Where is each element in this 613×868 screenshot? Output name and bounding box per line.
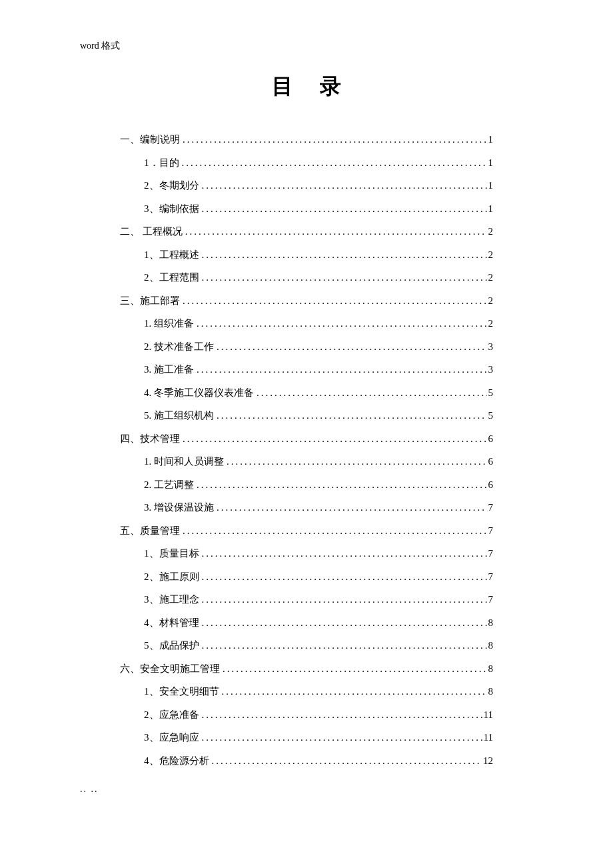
toc-entry-page: 2 — [487, 312, 494, 335]
page-title: 目录 — [80, 72, 533, 101]
toc-entry-page: 5 — [487, 381, 494, 405]
toc-entry-label: 2. 技术准备工作 — [144, 335, 214, 359]
toc-entry-label: 3. 施工准备 — [144, 358, 194, 381]
toc-entry: 1. 时间和人员调整6 — [120, 450, 493, 473]
toc-entry: 一、编制说明1 — [120, 128, 493, 151]
toc-entry-label: 4. 冬季施工仪器仪表准备 — [144, 381, 254, 405]
toc-entry: 5. 施工组织机构5 — [120, 404, 493, 427]
toc-entry-label: 六、安全文明施工管理 — [120, 657, 220, 681]
toc-entry: 1、工程概述2 — [120, 243, 493, 267]
toc-entry-label: 五、质量管理 — [120, 519, 180, 543]
toc-entry-label: 1、安全文明细节 — [144, 680, 219, 703]
toc-entry-label: 1、质量目标 — [144, 542, 199, 565]
toc-entry-page: 7 — [487, 588, 494, 611]
footer-marks: .. .. — [80, 784, 99, 795]
toc-entry-page: 8 — [487, 657, 494, 681]
toc-entry: 2、应急准备11 — [120, 703, 493, 727]
toc-leader-dots — [214, 335, 487, 359]
toc-leader-dots — [199, 197, 487, 221]
toc-leader-dots — [254, 381, 487, 405]
toc-entry-label: 1、工程概述 — [144, 243, 199, 267]
toc-entry-label: 3、编制依据 — [144, 197, 199, 221]
toc-entry: 四、技术管理6 — [120, 427, 493, 451]
toc-leader-dots — [180, 519, 487, 543]
toc-leader-dots — [199, 588, 487, 611]
toc-entry-label: 5、成品保护 — [144, 634, 199, 657]
toc-entry-label: 2、工程范围 — [144, 266, 199, 289]
toc-entry: 2、施工原则7 — [120, 565, 493, 589]
toc-entry-page: 1 — [487, 128, 494, 151]
toc-leader-dots — [194, 312, 487, 335]
toc-leader-dots — [194, 358, 487, 381]
toc-entry-label: 二、 工程概况 — [120, 220, 183, 243]
toc-leader-dots — [180, 289, 487, 313]
toc-leader-dots — [199, 266, 487, 289]
toc-leader-dots — [183, 220, 487, 243]
toc-entry-page: 7 — [487, 519, 494, 543]
toc-leader-dots — [180, 128, 487, 151]
document-page: word 格式 目录 一、编制说明11．目的12、冬期划分13、编制依据1二、 … — [0, 0, 613, 799]
toc-leader-dots — [199, 726, 482, 749]
toc-entry-page: 8 — [487, 611, 494, 635]
header-label: word 格式 — [80, 40, 533, 52]
toc-entry-label: 1. 时间和人员调整 — [144, 450, 224, 473]
toc-entry: 2. 工艺调整6 — [120, 473, 493, 497]
toc-leader-dots — [180, 427, 487, 451]
toc-entry: 五、质量管理7 — [120, 519, 493, 543]
toc-entry: 六、安全文明施工管理8 — [120, 657, 493, 681]
toc-leader-dots — [220, 657, 487, 681]
toc-leader-dots — [179, 151, 487, 175]
toc-leader-dots — [199, 703, 482, 727]
toc-entry: 1、质量目标7 — [120, 542, 493, 565]
toc-entry-label: 2、冬期划分 — [144, 174, 199, 197]
toc-entry: 3、应急响应11 — [120, 726, 493, 749]
toc-entry-page: 6 — [487, 427, 494, 451]
toc-entry-page: 11 — [482, 726, 493, 749]
toc-entry: 3、编制依据1 — [120, 197, 493, 221]
toc-entry: 3、施工理念7 — [120, 588, 493, 611]
toc-entry-page: 12 — [482, 749, 493, 773]
toc-entry: 二、 工程概况2 — [120, 220, 493, 243]
toc-entry: 2、工程范围2 — [120, 266, 493, 289]
toc-entry: 4、材料管理8 — [120, 611, 493, 635]
toc-entry: 1. 组织准备2 — [120, 312, 493, 335]
toc-entry-page: 8 — [487, 634, 494, 657]
toc-entry-page: 7 — [487, 542, 494, 565]
toc-entry-page: 1 — [487, 174, 494, 197]
toc-entry-page: 6 — [487, 450, 494, 473]
toc-leader-dots — [199, 243, 487, 267]
toc-entry-page: 3 — [487, 335, 494, 359]
toc-leader-dots — [199, 542, 487, 565]
toc-entry-label: 三、施工部署 — [120, 289, 180, 313]
toc-entry-page: 1 — [487, 151, 494, 175]
toc-entry-page: 6 — [487, 473, 494, 497]
toc-entry: 2. 技术准备工作3 — [120, 335, 493, 359]
toc-entry: 1．目的1 — [120, 151, 493, 175]
table-of-contents: 一、编制说明11．目的12、冬期划分13、编制依据1二、 工程概况21、工程概述… — [80, 128, 533, 772]
toc-entry-page: 3 — [487, 358, 494, 381]
toc-leader-dots — [214, 404, 487, 427]
toc-entry-label: 4、危险源分析 — [144, 749, 209, 773]
toc-entry-label: 2、施工原则 — [144, 565, 199, 589]
toc-entry: 3. 施工准备3 — [120, 358, 493, 381]
toc-entry-label: 4、材料管理 — [144, 611, 199, 635]
toc-leader-dots — [199, 565, 487, 589]
toc-entry-page: 2 — [487, 266, 494, 289]
toc-entry-label: 1. 组织准备 — [144, 312, 194, 335]
toc-leader-dots — [214, 496, 487, 519]
toc-leader-dots — [199, 634, 487, 657]
toc-entry-label: 四、技术管理 — [120, 427, 180, 451]
toc-entry-label: 2、应急准备 — [144, 703, 199, 727]
toc-entry: 三、施工部署2 — [120, 289, 493, 313]
toc-entry-page: 11 — [482, 703, 493, 727]
toc-leader-dots — [224, 450, 487, 473]
toc-entry-page: 7 — [487, 496, 494, 519]
toc-entry-label: 3. 增设保温设施 — [144, 496, 214, 519]
toc-entry-page: 5 — [487, 404, 494, 427]
toc-entry-label: 3、施工理念 — [144, 588, 199, 611]
toc-entry-page: 2 — [487, 289, 494, 313]
toc-leader-dots — [199, 611, 487, 635]
toc-entry-label: 2. 工艺调整 — [144, 473, 194, 497]
toc-leader-dots — [194, 473, 487, 497]
toc-entry: 3. 增设保温设施7 — [120, 496, 493, 519]
